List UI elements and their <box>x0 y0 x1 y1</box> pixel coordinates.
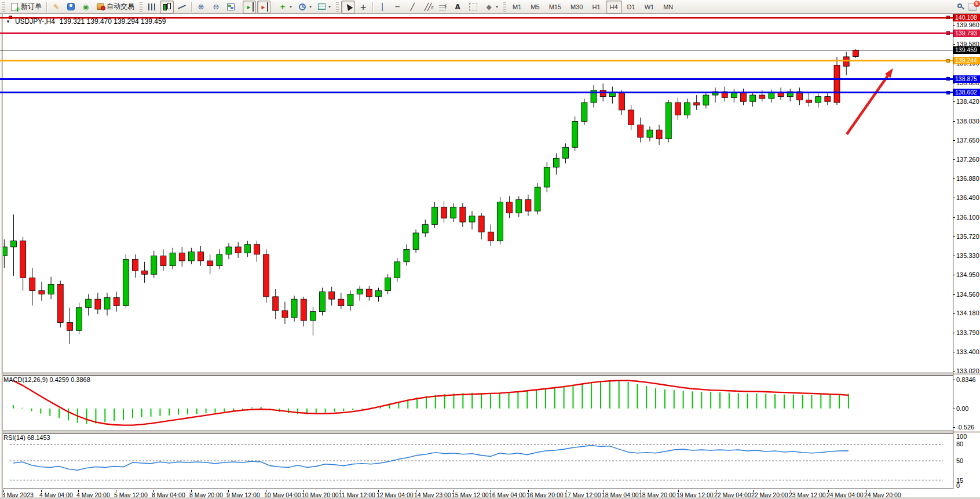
signals-button[interactable]: ◉ <box>79 1 93 13</box>
toolbar-group: ⊕⊖ <box>193 0 238 14</box>
horizontal-line-object[interactable] <box>0 92 953 93</box>
price-tick-label: 138.030 <box>956 118 979 125</box>
price-tick <box>953 256 955 256</box>
horizontal-line-object[interactable] <box>0 32 953 34</box>
templates-button[interactable]: ▾ <box>315 1 333 13</box>
arrows-button[interactable]: ◆▾ <box>482 1 500 13</box>
auto-scroll-button[interactable]: ▸ <box>243 1 256 13</box>
tf-w1[interactable]: W1 <box>641 1 659 13</box>
price-tick <box>953 294 955 295</box>
price-tick <box>953 159 955 160</box>
auto-trading-button[interactable]: 自动交易 <box>94 1 137 13</box>
line-handle[interactable] <box>946 91 950 94</box>
chart-candles-button[interactable] <box>160 1 174 13</box>
application-window: 新订单✎◉自动交易⊕⊖▸▸+▾▾▾+│─╱╱╱A◆▾M1M5M15M30H1H4… <box>0 0 980 499</box>
window-edge <box>0 14 3 499</box>
channel-icon: ╱╱ <box>423 2 432 12</box>
macd-axis-label: 0.8346 <box>956 376 976 383</box>
toolbar-groups: 新订单✎◉自动交易⊕⊖▸▸+▾▾▾+│─╱╱╱A◆▾M1M5M15M30H1H4… <box>0 0 678 14</box>
text-label-icon <box>469 3 477 10</box>
macd-label: MACD(12,26,9) 0.4259 0.3868 <box>3 376 90 383</box>
price-tick <box>953 275 955 275</box>
horizontal-line-object[interactable] <box>0 78 953 80</box>
rsi-canvas[interactable] <box>0 433 953 489</box>
new-order-button-label: 新订单 <box>21 2 42 12</box>
rsi-axis-label: 50 <box>956 457 963 464</box>
tf-h1[interactable]: H1 <box>588 1 604 13</box>
zoom-out-button[interactable]: ⊖ <box>209 1 223 13</box>
zoom-in-button[interactable]: ⊕ <box>194 1 208 13</box>
price-tick-label: 134.950 <box>956 271 979 278</box>
toolbar-group: ✎◉自动交易 <box>49 0 137 14</box>
new-order-button[interactable]: 新订单 <box>8 1 44 13</box>
auto-trading-button-label: 自动交易 <box>107 2 134 12</box>
crosshair-button[interactable]: + <box>356 1 370 13</box>
tf-m5[interactable]: M5 <box>526 1 543 13</box>
notification-badge: 1 <box>974 1 980 7</box>
line-handle[interactable] <box>946 16 950 19</box>
chart-shift-button[interactable]: ▸ <box>257 1 270 13</box>
price-tick-label: 137.260 <box>956 156 979 163</box>
toolbar-right: 1 <box>957 0 978 14</box>
search-icon[interactable] <box>957 3 964 10</box>
tf-d1[interactable]: D1 <box>623 1 639 13</box>
indicators-button[interactable]: +▾ <box>276 1 294 13</box>
price-tick-label: 133.020 <box>956 367 979 374</box>
chart-bars-button[interactable] <box>145 1 159 13</box>
chart-line-icon <box>177 2 187 12</box>
toolbar-grip <box>2 2 5 12</box>
channel-button[interactable]: ╱╱ <box>420 1 434 13</box>
rsi-axis-label: 100 <box>956 433 967 440</box>
text-label-button[interactable] <box>466 1 481 13</box>
price-tick <box>953 121 955 122</box>
tile-windows-button[interactable] <box>224 1 237 13</box>
mql5-icon <box>67 3 75 10</box>
line-handle[interactable] <box>946 77 950 81</box>
horizontal-line-object[interactable] <box>0 60 953 61</box>
vertical-line-button[interactable]: │ <box>375 1 389 13</box>
crayon-button[interactable]: ✎ <box>49 1 63 13</box>
dropdown-arrow-icon[interactable]: ▾ <box>290 4 292 9</box>
tf-m1[interactable]: M1 <box>509 1 525 13</box>
trendline-button[interactable]: ╱ <box>405 1 419 13</box>
price-tick-label: 134.180 <box>956 309 979 316</box>
dropdown-arrow-icon[interactable]: ▾ <box>309 4 312 9</box>
price-level-badge: 138.602 <box>953 89 980 96</box>
mql5-button[interactable] <box>64 1 78 13</box>
price-tick <box>953 25 955 26</box>
price-level-badge: 139.793 <box>953 30 980 37</box>
line-handle[interactable] <box>946 59 950 63</box>
chart-canvas[interactable] <box>0 14 953 373</box>
toolbar-group: +▾▾▾ <box>275 0 334 14</box>
price-level-badge: 139.244 <box>953 57 980 64</box>
tf-h4[interactable]: H4 <box>606 1 622 13</box>
text-button[interactable]: A <box>451 1 465 13</box>
templates-icon <box>318 3 326 10</box>
chart-line-button[interactable] <box>175 1 189 13</box>
macd-histogram <box>13 380 849 424</box>
toolbar: 新订单✎◉自动交易⊕⊖▸▸+▾▾▾+│─╱╱╱A◆▾M1M5M15M30H1H4… <box>0 0 980 14</box>
chevron-down-icon[interactable]: ▼ <box>6 19 10 24</box>
rsi-label: RSI(14) 68.1453 <box>3 434 50 441</box>
price-tick <box>953 44 955 45</box>
chart-candles-icon <box>162 2 171 12</box>
dropdown-arrow-icon[interactable]: ▾ <box>328 4 331 9</box>
macd-canvas[interactable] <box>0 375 953 431</box>
tf-m15[interactable]: M15 <box>545 1 565 13</box>
fibonacci-button[interactable] <box>436 1 449 13</box>
tf-mn[interactable]: MN <box>659 1 677 13</box>
cursor-button[interactable] <box>341 1 355 13</box>
periods-button[interactable]: ▾ <box>295 1 314 13</box>
notifications-button[interactable]: 1 <box>968 3 978 12</box>
horizontal-line-button[interactable]: ─ <box>390 1 404 13</box>
crosshair-icon: + <box>359 2 368 12</box>
line-handle[interactable] <box>946 31 950 35</box>
price-tick-label: 136.490 <box>956 194 979 201</box>
macd-axis-tick <box>953 380 955 380</box>
dropdown-arrow-icon[interactable]: ▾ <box>496 4 498 9</box>
price-tick-label: 134.560 <box>956 291 979 298</box>
toolbar-separator <box>372 2 373 12</box>
rsi-axis-label: 80 <box>956 440 963 447</box>
tf-m30[interactable]: M30 <box>566 1 587 13</box>
toolbar-separator <box>46 2 47 12</box>
